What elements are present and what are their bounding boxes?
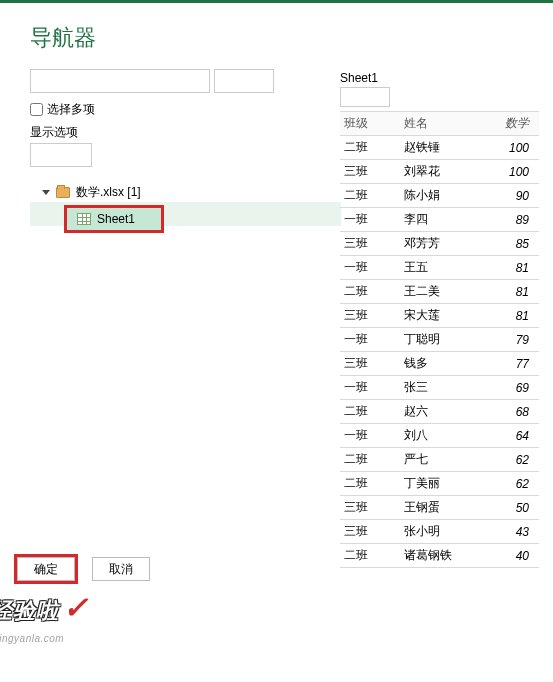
watermark-sub: 头jingyanla.com [0, 632, 539, 646]
table-header-row: 班级 姓名 数学 [340, 112, 539, 136]
multi-select-checkbox[interactable]: 选择多项 [30, 101, 340, 118]
cell-class: 三班 [340, 304, 400, 328]
cell-name: 赵铁锤 [400, 136, 470, 160]
cell-name: 赵六 [400, 400, 470, 424]
preview-options-dropdown[interactable] [340, 87, 390, 107]
table-row[interactable]: 二班严七62 [340, 448, 539, 472]
table-row[interactable]: 二班陈小娟90 [340, 184, 539, 208]
cell-score: 69 [470, 376, 539, 400]
cell-score: 50 [470, 496, 539, 520]
multi-select-label: 选择多项 [47, 101, 95, 118]
cell-score: 43 [470, 520, 539, 544]
cell-class: 二班 [340, 184, 400, 208]
cell-name: 钱多 [400, 352, 470, 376]
navigator-tree: 数学.xlsx [1] Sheet1 [30, 181, 340, 233]
col-header-name[interactable]: 姓名 [400, 112, 470, 136]
cell-name: 张三 [400, 376, 470, 400]
cell-name: 宋大莲 [400, 304, 470, 328]
cell-score: 90 [470, 184, 539, 208]
cell-score: 64 [470, 424, 539, 448]
cell-score: 85 [470, 232, 539, 256]
table-row[interactable]: 三班刘翠花100 [340, 160, 539, 184]
cell-class: 一班 [340, 256, 400, 280]
cell-class: 一班 [340, 328, 400, 352]
cell-class: 一班 [340, 376, 400, 400]
table-row[interactable]: 三班王钢蛋50 [340, 496, 539, 520]
cell-score: 68 [470, 400, 539, 424]
ok-button[interactable]: 确定 [17, 557, 75, 581]
col-header-score[interactable]: 数学 [470, 112, 539, 136]
check-icon: ✓ [63, 590, 89, 625]
ok-button-highlight: 确定 [14, 554, 78, 584]
folder-icon [56, 187, 70, 198]
caret-down-icon[interactable] [42, 190, 50, 195]
cell-score: 81 [470, 304, 539, 328]
search-input[interactable] [30, 69, 210, 93]
preview-title: Sheet1 [340, 71, 539, 85]
cell-class: 二班 [340, 472, 400, 496]
cell-name: 张小明 [400, 520, 470, 544]
cell-score: 100 [470, 136, 539, 160]
cell-score: 62 [470, 448, 539, 472]
dialog-title: 导航器 [0, 3, 553, 69]
tree-sheet-highlight: Sheet1 [64, 205, 164, 233]
cell-score: 77 [470, 352, 539, 376]
cell-name: 王钢蛋 [400, 496, 470, 520]
cell-score: 100 [470, 160, 539, 184]
tree-root-item[interactable]: 数学.xlsx [1] [30, 181, 340, 203]
cell-class: 二班 [340, 136, 400, 160]
cell-name: 王二美 [400, 280, 470, 304]
table-row[interactable]: 二班王二美81 [340, 280, 539, 304]
cell-class: 一班 [340, 208, 400, 232]
cancel-button[interactable]: 取消 [92, 557, 150, 581]
display-options-dropdown[interactable] [30, 143, 92, 167]
cell-name: 丁聪明 [400, 328, 470, 352]
cell-class: 三班 [340, 496, 400, 520]
table-row[interactable]: 一班李四89 [340, 208, 539, 232]
cell-score: 62 [470, 472, 539, 496]
cell-name: 丁美丽 [400, 472, 470, 496]
search-button[interactable] [214, 69, 274, 93]
cell-score: 81 [470, 280, 539, 304]
cell-name: 王五 [400, 256, 470, 280]
tree-root-label: 数学.xlsx [1] [76, 184, 141, 201]
table-row[interactable]: 三班邓芳芳85 [340, 232, 539, 256]
cell-class: 二班 [340, 280, 400, 304]
cell-name: 严七 [400, 448, 470, 472]
cell-class: 三班 [340, 520, 400, 544]
table-row[interactable]: 一班刘八64 [340, 424, 539, 448]
table-row[interactable]: 一班张三69 [340, 376, 539, 400]
watermark: 经验啦 ✓ [0, 590, 543, 626]
multi-select-checkbox-input[interactable] [30, 103, 43, 116]
cell-name: 李四 [400, 208, 470, 232]
cell-class: 三班 [340, 160, 400, 184]
worksheet-icon [77, 213, 91, 225]
table-row[interactable]: 二班赵铁锤100 [340, 136, 539, 160]
table-row[interactable]: 二班丁美丽62 [340, 472, 539, 496]
cell-name: 陈小娟 [400, 184, 470, 208]
cell-score: 89 [470, 208, 539, 232]
table-row[interactable]: 一班丁聪明79 [340, 328, 539, 352]
cell-name: 刘八 [400, 424, 470, 448]
cell-class: 三班 [340, 232, 400, 256]
cell-name: 刘翠花 [400, 160, 470, 184]
tree-sheet-label: Sheet1 [97, 212, 135, 226]
col-header-class[interactable]: 班级 [340, 112, 400, 136]
table-row[interactable]: 二班赵六68 [340, 400, 539, 424]
cell-score: 81 [470, 256, 539, 280]
preview-table: 班级 姓名 数学 二班赵铁锤100三班刘翠花100二班陈小娟90一班李四89三班… [340, 111, 539, 568]
table-row[interactable]: 一班王五81 [340, 256, 539, 280]
table-row[interactable]: 三班宋大莲81 [340, 304, 539, 328]
table-row[interactable]: 三班钱多77 [340, 352, 539, 376]
cell-score: 79 [470, 328, 539, 352]
tree-sheet-item[interactable]: Sheet1 [67, 208, 161, 230]
cell-class: 二班 [340, 400, 400, 424]
cell-class: 一班 [340, 424, 400, 448]
cell-name: 邓芳芳 [400, 232, 470, 256]
table-row[interactable]: 三班张小明43 [340, 520, 539, 544]
cell-class: 二班 [340, 448, 400, 472]
cell-class: 三班 [340, 352, 400, 376]
display-options-label: 显示选项 [30, 124, 340, 141]
